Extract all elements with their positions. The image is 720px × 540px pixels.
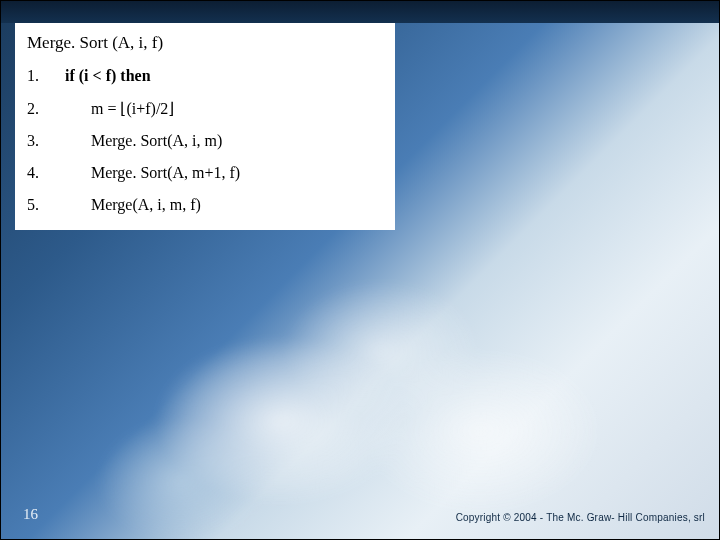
algorithm-line: 1. if (i < f) then bbox=[27, 67, 383, 85]
algorithm-line: 2. m = ⌊(i+f)/2⌋ bbox=[27, 99, 383, 118]
line-number: 2. bbox=[27, 100, 65, 118]
line-text: Merge. Sort(A, i, m) bbox=[65, 132, 383, 150]
top-bar bbox=[1, 1, 719, 23]
algorithm-line: 4. Merge. Sort(A, m+1, f) bbox=[27, 164, 383, 182]
algorithm-line: 5. Merge(A, i, m, f) bbox=[27, 196, 383, 214]
line-number: 4. bbox=[27, 164, 65, 182]
slide-number: 16 bbox=[23, 506, 38, 523]
line-text: Merge. Sort(A, m+1, f) bbox=[65, 164, 383, 182]
line-number: 5. bbox=[27, 196, 65, 214]
line-number: 1. bbox=[27, 67, 65, 85]
algorithm-line: 3. Merge. Sort(A, i, m) bbox=[27, 132, 383, 150]
line-text: if (i < f) then bbox=[65, 67, 383, 85]
line-number: 3. bbox=[27, 132, 65, 150]
algorithm-title: Merge. Sort (A, i, f) bbox=[27, 33, 383, 53]
line-text: m = ⌊(i+f)/2⌋ bbox=[65, 99, 383, 118]
algorithm-content-box: Merge. Sort (A, i, f) 1. if (i < f) then… bbox=[15, 23, 395, 230]
copyright-text: Copyright © 2004 - The Mc. Graw- Hill Co… bbox=[456, 512, 705, 523]
line-text: Merge(A, i, m, f) bbox=[65, 196, 383, 214]
